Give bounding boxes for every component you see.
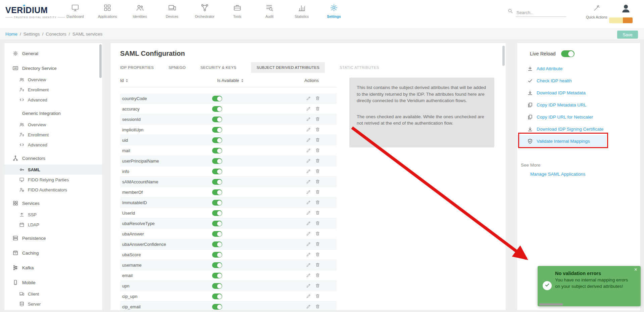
delete-button[interactable] bbox=[315, 127, 320, 133]
sidebar-item-kafka[interactable]: Kafka bbox=[4, 261, 102, 274]
sidebar-item-general[interactable]: General bbox=[4, 47, 102, 60]
column-header-id[interactable]: Id bbox=[120, 78, 128, 83]
availability-toggle[interactable] bbox=[212, 127, 222, 133]
validate-internal-mappings-action[interactable]: Validate Internal Mappings bbox=[517, 135, 606, 147]
availability-toggle[interactable] bbox=[212, 294, 222, 299]
edit-button[interactable] bbox=[306, 273, 311, 279]
sidebar-item-services[interactable]: Services bbox=[4, 197, 102, 210]
breadcrumb-item-conectors[interactable]: Conectors bbox=[46, 32, 66, 37]
nav-item-orchestrator[interactable]: Orchestrator bbox=[195, 3, 214, 18]
sidebar-item-mobile[interactable]: Mobile bbox=[4, 276, 102, 289]
availability-toggle[interactable] bbox=[212, 158, 222, 164]
edit-button[interactable] bbox=[306, 179, 311, 185]
availability-toggle[interactable] bbox=[212, 96, 222, 101]
column-header-is-available[interactable]: Is Available bbox=[217, 78, 243, 83]
delete-button[interactable] bbox=[315, 169, 320, 175]
nav-item-statistics[interactable]: Statistics bbox=[292, 3, 311, 18]
availability-toggle[interactable] bbox=[212, 106, 222, 112]
edit-button[interactable] bbox=[306, 189, 311, 196]
availability-toggle[interactable] bbox=[212, 231, 222, 237]
save-button[interactable]: Save bbox=[617, 31, 638, 39]
sidebar-item-fido-authenticators[interactable]: FIDO Authenticators bbox=[4, 185, 102, 195]
nav-item-tools[interactable]: Tools bbox=[228, 3, 247, 18]
edit-button[interactable] bbox=[306, 252, 311, 258]
sidebar-item-ldap[interactable]: LDAP bbox=[4, 220, 102, 230]
breadcrumb-item-home[interactable]: Home bbox=[5, 32, 17, 37]
edit-button[interactable] bbox=[306, 137, 311, 144]
search-input[interactable] bbox=[516, 9, 566, 17]
delete-button[interactable] bbox=[315, 221, 320, 227]
sidebar-item-generic-integration[interactable]: Generic Integration bbox=[4, 107, 102, 120]
sidebar-item-ssp[interactable]: SSP bbox=[4, 210, 102, 220]
delete-button[interactable] bbox=[315, 158, 320, 165]
delete-button[interactable] bbox=[315, 189, 320, 196]
sidebar-item-connectors[interactable]: Connectors bbox=[4, 152, 102, 165]
tab-security-keys[interactable]: SECURITY & KEYS bbox=[200, 62, 236, 73]
edit-button[interactable] bbox=[306, 241, 311, 248]
nav-item-audit[interactable]: Audit bbox=[260, 3, 279, 18]
availability-toggle[interactable] bbox=[212, 210, 222, 216]
main-scrollbar[interactable] bbox=[502, 46, 505, 66]
edit-button[interactable] bbox=[306, 117, 311, 123]
sidebar-item-overview[interactable]: Overview bbox=[4, 75, 102, 85]
sidebar-item-advanced[interactable]: Advanced bbox=[4, 140, 102, 150]
delete-button[interactable] bbox=[315, 137, 320, 144]
delete-button[interactable] bbox=[315, 241, 320, 248]
delete-button[interactable] bbox=[315, 262, 320, 269]
nav-item-devices[interactable]: Devices bbox=[163, 3, 182, 18]
availability-toggle[interactable] bbox=[212, 200, 222, 206]
breadcrumb-item-saml-services[interactable]: SAML services bbox=[72, 32, 103, 37]
nav-item-dashboard[interactable]: Dashboard bbox=[66, 3, 85, 18]
availability-toggle[interactable] bbox=[212, 304, 222, 310]
delete-button[interactable] bbox=[315, 304, 320, 310]
delete-button[interactable] bbox=[315, 273, 320, 279]
edit-button[interactable] bbox=[306, 210, 311, 217]
edit-button[interactable] bbox=[306, 200, 311, 206]
edit-button[interactable] bbox=[306, 169, 311, 175]
availability-toggle[interactable] bbox=[212, 179, 222, 185]
sidebar-item-saml[interactable]: SAML bbox=[4, 165, 102, 175]
delete-button[interactable] bbox=[315, 294, 320, 300]
tab-spnego[interactable]: SPNEGO bbox=[168, 62, 186, 73]
edit-button[interactable] bbox=[306, 96, 311, 102]
quick-actions-button[interactable]: Quick Actions bbox=[581, 4, 612, 19]
availability-toggle[interactable] bbox=[212, 273, 222, 278]
edit-button[interactable] bbox=[306, 106, 311, 113]
edit-button[interactable] bbox=[306, 158, 311, 165]
availability-toggle[interactable] bbox=[212, 252, 222, 258]
delete-button[interactable] bbox=[315, 96, 320, 102]
edit-button[interactable] bbox=[306, 221, 311, 227]
availability-toggle[interactable] bbox=[212, 262, 222, 268]
delete-button[interactable] bbox=[315, 106, 320, 113]
download-idp-signing-certificate-action[interactable]: Download IDP Signing Certificate bbox=[517, 123, 640, 135]
sidebar-item-caching[interactable]: Caching bbox=[4, 247, 102, 259]
sidebar-scrollbar[interactable] bbox=[99, 44, 102, 78]
delete-button[interactable] bbox=[315, 231, 320, 237]
live-reload-toggle[interactable] bbox=[561, 50, 575, 57]
delete-button[interactable] bbox=[315, 148, 320, 154]
sidebar-item-advanced[interactable]: Advanced bbox=[4, 95, 102, 105]
copy-idp-metadata-url-action[interactable]: Copy IDP Metadata URL bbox=[517, 99, 640, 111]
sidebar-item-client[interactable]: Client bbox=[4, 289, 102, 299]
download-idp-metadata-action[interactable]: Download IDP Metadata bbox=[517, 87, 640, 99]
availability-toggle[interactable] bbox=[212, 137, 222, 143]
edit-button[interactable] bbox=[306, 294, 311, 300]
copy-idp-url-for-netscaler-action[interactable]: Copy IDP URL for Netscaler bbox=[517, 111, 640, 123]
add-attribute-action[interactable]: Add Attribute bbox=[517, 62, 640, 75]
nav-item-settings[interactable]: Settings bbox=[325, 3, 343, 18]
delete-button[interactable] bbox=[315, 252, 320, 258]
tab-idp-properties[interactable]: IDP PROPERTIES bbox=[120, 62, 154, 73]
availability-toggle[interactable] bbox=[212, 221, 222, 226]
delete-button[interactable] bbox=[315, 210, 320, 217]
nav-item-identities[interactable]: Identities bbox=[131, 3, 149, 18]
check-idp-health-action[interactable]: Check IDP health bbox=[517, 75, 640, 87]
sidebar-item-persistence[interactable]: Persistence bbox=[4, 232, 102, 244]
tab-subject-derived-attributes[interactable]: SUBJECT DERIVED ATTRIBUTES bbox=[251, 62, 325, 73]
edit-button[interactable] bbox=[306, 262, 311, 269]
sidebar-item-enrollment[interactable]: Enrollment bbox=[4, 85, 102, 95]
delete-button[interactable] bbox=[315, 179, 320, 185]
availability-toggle[interactable] bbox=[212, 169, 222, 174]
delete-button[interactable] bbox=[315, 200, 320, 206]
breadcrumb-item-settings[interactable]: Settings bbox=[23, 32, 40, 37]
edit-button[interactable] bbox=[306, 304, 311, 310]
